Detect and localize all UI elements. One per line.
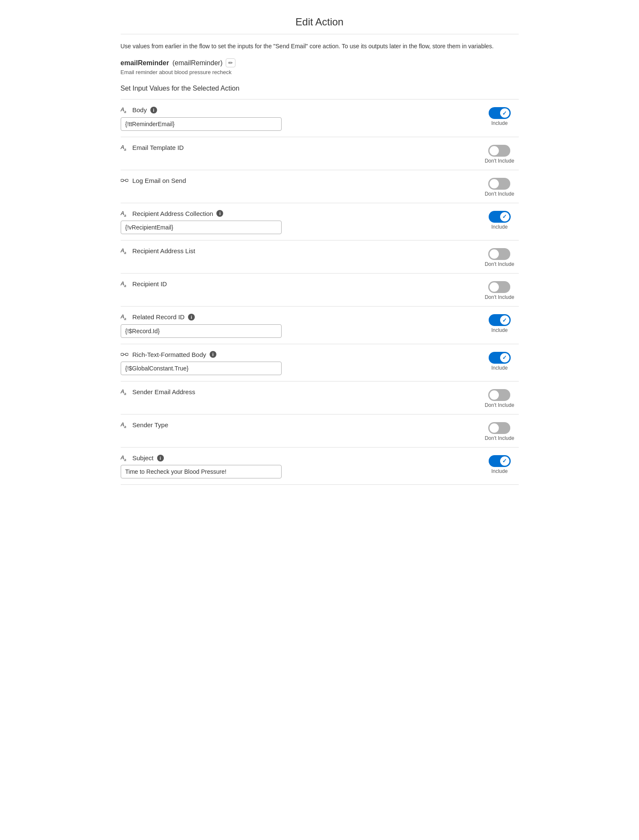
field-row-rich-text-formatted-body: Rich-Text-Formatted Bodyi✓Include [121,344,519,381]
toggle-wrapper-sender-type: Don't Include [485,422,515,441]
field-label-body: Body [133,106,147,113]
text-icon-recipient-id: Aa [121,280,129,288]
info-icon-subject[interactable]: i [157,455,164,461]
toggle-label-rich-text-formatted-body: Include [491,365,508,371]
info-icon-rich-text-formatted-body[interactable]: i [210,351,216,358]
toggle-related-record-id[interactable]: ✓ [489,314,511,326]
toggle-wrapper-body: ✓Include [489,107,511,126]
info-icon-related-record-id[interactable]: i [188,314,195,321]
toggle-label-recipient-address-list: Don't Include [485,261,515,267]
info-icon-recipient-address-collection[interactable]: i [216,210,223,217]
toggle-wrapper-recipient-address-collection: ✓Include [489,211,511,230]
svg-rect-1 [125,179,128,181]
toggle-thumb-related-record-id: ✓ [500,315,509,325]
toggle-label-body: Include [491,120,508,126]
field-left-related-record-id: AaRelated Record IDi [121,313,472,338]
toggle-body[interactable]: ✓ [489,107,511,119]
field-input-body[interactable] [121,117,282,131]
text-icon-body: Aa [121,106,129,114]
page-title: Edit Action [121,8,519,34]
text-icon-sender-type: Aa [121,421,129,429]
field-input-related-record-id[interactable] [121,324,282,338]
text-icon-related-record-id: Aa [121,313,129,321]
field-left-recipient-address-list: AaRecipient Address List [121,247,472,258]
info-icon-body[interactable]: i [150,107,157,113]
toggle-email-template-id[interactable] [488,145,510,157]
field-right-recipient-id: Don't Include [481,280,519,300]
toggle-track-log-email-on-send [488,178,510,190]
field-label-row-log-email-on-send: Log Email on Send [121,177,472,184]
toggle-sender-type[interactable] [488,422,510,434]
toggle-sender-email-address[interactable] [488,389,510,401]
toggle-track-related-record-id: ✓ [489,314,511,326]
toggle-recipient-id[interactable] [488,281,510,293]
field-label-recipient-address-collection: Recipient Address Collection [133,210,213,217]
toggle-track-rich-text-formatted-body: ✓ [489,352,511,364]
toggle-wrapper-sender-email-address: Don't Include [485,389,515,408]
text-icon-sender-email-address: Aa [121,388,129,396]
field-row-subject: AaSubjecti✓Include [121,448,519,485]
field-right-recipient-address-list: Don't Include [481,247,519,267]
field-label-recipient-id: Recipient ID [133,280,167,287]
field-row-body: AaBodyi✓Include [121,99,519,137]
action-name-row: emailReminder (emailReminder) ✏ [121,58,519,67]
field-label-sender-email-address: Sender Email Address [133,388,195,395]
toggle-label-subject: Include [491,468,508,474]
field-left-recipient-id: AaRecipient ID [121,280,472,291]
field-right-sender-email-address: Don't Include [481,388,519,408]
field-input-subject[interactable] [121,465,282,478]
toggle-track-sender-email-address [488,389,510,401]
field-label-recipient-address-list: Recipient Address List [133,247,195,254]
toggle-thumb-sender-type [490,423,499,433]
toggle-track-email-template-id [488,145,510,157]
field-row-sender-type: AaSender TypeDon't Include [121,414,519,448]
field-label-row-subject: AaSubjecti [121,454,472,462]
field-left-subject: AaSubjecti [121,454,472,479]
field-input-rich-text-formatted-body[interactable] [121,362,282,375]
toggle-check-related-record-id: ✓ [502,317,507,323]
text-icon-recipient-address-collection: Aa [121,210,129,218]
toggle-track-subject: ✓ [489,455,511,467]
toggle-thumb-recipient-address-list [490,249,499,259]
field-left-sender-type: AaSender Type [121,421,472,432]
field-label-row-recipient-id: AaRecipient ID [121,280,472,288]
edit-action-name-button[interactable]: ✏ [226,58,235,67]
field-label-row-body: AaBodyi [121,106,472,114]
toggle-label-email-template-id: Don't Include [485,158,515,164]
toggle-track-body: ✓ [489,107,511,119]
field-row-email-template-id: AaEmail Template IDDon't Include [121,137,519,170]
toggle-check-rich-text-formatted-body: ✓ [502,354,507,361]
field-label-email-template-id: Email Template ID [133,144,184,151]
toggle-recipient-address-collection[interactable]: ✓ [489,211,511,223]
toggle-wrapper-recipient-id: Don't Include [485,281,515,300]
toggle-rich-text-formatted-body[interactable]: ✓ [489,352,511,364]
field-label-sender-type: Sender Type [133,421,169,428]
field-row-recipient-address-collection: AaRecipient Address Collectioni✓Include [121,203,519,241]
toggle-wrapper-log-email-on-send: Don't Include [485,178,515,197]
field-left-sender-email-address: AaSender Email Address [121,388,472,399]
toggle-subject[interactable]: ✓ [489,455,511,467]
toggle-track-recipient-id [488,281,510,293]
svg-rect-3 [121,354,124,356]
toggle-thumb-log-email-on-send [490,179,499,188]
field-input-recipient-address-collection[interactable] [121,221,282,234]
toggle-label-recipient-id: Don't Include [485,294,515,300]
field-left-body: AaBodyi [121,106,472,131]
toggle-log-email-on-send[interactable] [488,178,510,190]
field-row-recipient-address-list: AaRecipient Address ListDon't Include [121,240,519,274]
svg-rect-4 [125,354,128,356]
link-icon-log-email-on-send [121,177,129,183]
toggle-label-sender-type: Don't Include [485,435,515,441]
toggle-wrapper-recipient-address-list: Don't Include [485,248,515,267]
field-label-row-email-template-id: AaEmail Template ID [121,144,472,152]
field-label-row-sender-type: AaSender Type [121,421,472,429]
toggle-thumb-recipient-address-collection: ✓ [500,212,509,221]
field-label-row-recipient-address-list: AaRecipient Address List [121,247,472,255]
toggle-recipient-address-list[interactable] [488,248,510,260]
toggle-thumb-sender-email-address [490,390,499,400]
toggle-wrapper-email-template-id: Don't Include [485,145,515,164]
action-api-name: (emailReminder) [172,59,222,67]
toggle-thumb-subject: ✓ [500,456,509,466]
field-label-row-recipient-address-collection: AaRecipient Address Collectioni [121,210,472,218]
field-right-log-email-on-send: Don't Include [481,177,519,197]
